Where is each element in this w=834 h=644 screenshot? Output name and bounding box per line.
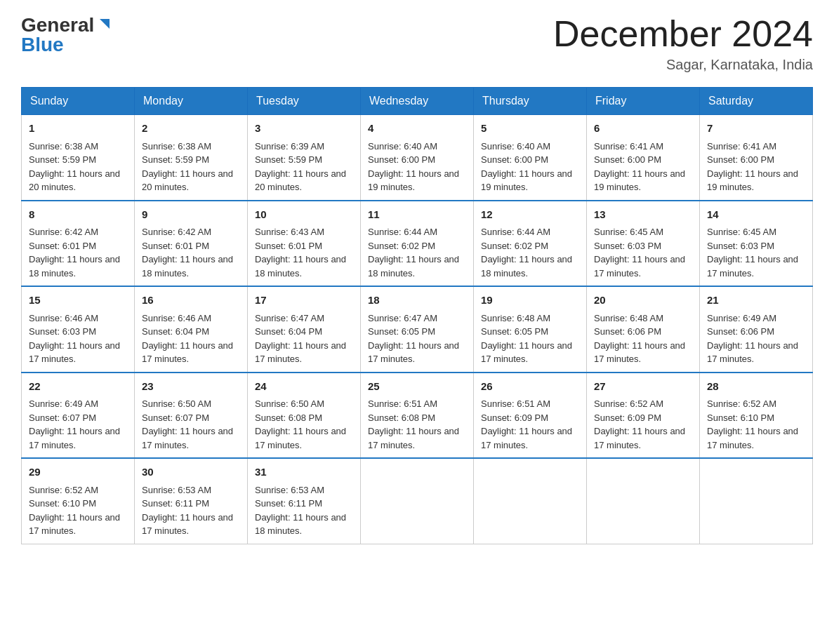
sunset-text: Sunset: 6:07 PM	[142, 412, 209, 423]
day-number: 4	[368, 121, 466, 137]
sunrise-text: Sunrise: 6:53 AM	[255, 485, 324, 495]
sunset-text: Sunset: 6:01 PM	[29, 241, 96, 251]
sunrise-text: Sunrise: 6:50 AM	[255, 398, 324, 409]
daylight-text: Daylight: 11 hours and 17 minutes.	[29, 426, 120, 450]
day-number: 22	[29, 379, 127, 395]
sunset-text: Sunset: 6:00 PM	[368, 154, 435, 165]
sunrise-text: Sunrise: 6:47 AM	[368, 313, 437, 323]
sunrise-text: Sunrise: 6:44 AM	[481, 227, 550, 237]
table-row: 6 Sunrise: 6:41 AM Sunset: 6:00 PM Dayli…	[587, 115, 700, 201]
sunset-text: Sunset: 6:06 PM	[707, 326, 774, 337]
logo: General Blue	[21, 14, 112, 56]
table-row: 8 Sunrise: 6:42 AM Sunset: 6:01 PM Dayli…	[22, 201, 135, 287]
daylight-text: Daylight: 11 hours and 17 minutes.	[481, 426, 572, 450]
table-row: 25 Sunrise: 6:51 AM Sunset: 6:08 PM Dayl…	[361, 373, 474, 459]
daylight-text: Daylight: 11 hours and 17 minutes.	[29, 340, 120, 365]
day-number: 9	[142, 207, 240, 223]
sunrise-text: Sunrise: 6:41 AM	[707, 141, 776, 152]
sunset-text: Sunset: 6:02 PM	[481, 241, 548, 251]
day-number: 11	[368, 207, 466, 223]
table-row: 5 Sunrise: 6:40 AM Sunset: 6:00 PM Dayli…	[474, 115, 587, 201]
logo-blue-text: Blue	[21, 34, 64, 56]
table-row: 3 Sunrise: 6:39 AM Sunset: 5:59 PM Dayli…	[248, 115, 361, 201]
sunset-text: Sunset: 6:09 PM	[481, 412, 548, 423]
sunrise-text: Sunrise: 6:38 AM	[142, 141, 211, 152]
day-number: 10	[255, 207, 353, 223]
table-row	[700, 458, 813, 544]
sunset-text: Sunset: 6:08 PM	[255, 412, 322, 423]
daylight-text: Daylight: 11 hours and 18 minutes.	[255, 254, 346, 279]
sunset-text: Sunset: 6:05 PM	[481, 326, 548, 337]
sunrise-text: Sunrise: 6:46 AM	[29, 313, 98, 323]
header-friday: Friday	[587, 88, 700, 115]
calendar-week-row: 1 Sunrise: 6:38 AM Sunset: 5:59 PM Dayli…	[22, 115, 813, 201]
day-number: 1	[29, 121, 127, 137]
sunset-text: Sunset: 5:59 PM	[29, 154, 96, 165]
sunset-text: Sunset: 6:06 PM	[594, 326, 661, 337]
table-row: 30 Sunrise: 6:53 AM Sunset: 6:11 PM Dayl…	[135, 458, 248, 544]
sunset-text: Sunset: 6:00 PM	[481, 154, 548, 165]
table-row: 14 Sunrise: 6:45 AM Sunset: 6:03 PM Dayl…	[700, 201, 813, 287]
day-number: 5	[481, 121, 579, 137]
calendar-week-row: 22 Sunrise: 6:49 AM Sunset: 6:07 PM Dayl…	[22, 373, 813, 459]
daylight-text: Daylight: 11 hours and 19 minutes.	[594, 168, 685, 193]
sunrise-text: Sunrise: 6:51 AM	[368, 398, 437, 409]
day-number: 27	[594, 379, 692, 395]
sunrise-text: Sunrise: 6:52 AM	[707, 398, 776, 409]
sunset-text: Sunset: 6:03 PM	[29, 326, 96, 337]
title-block: December 2024 Sagar, Karnataka, India	[553, 14, 813, 73]
sunset-text: Sunset: 6:08 PM	[368, 412, 435, 423]
daylight-text: Daylight: 11 hours and 17 minutes.	[142, 512, 233, 537]
table-row: 13 Sunrise: 6:45 AM Sunset: 6:03 PM Dayl…	[587, 201, 700, 287]
daylight-text: Daylight: 11 hours and 19 minutes.	[481, 168, 572, 193]
daylight-text: Daylight: 11 hours and 19 minutes.	[707, 168, 798, 193]
day-number: 20	[594, 293, 692, 309]
daylight-text: Daylight: 11 hours and 19 minutes.	[368, 168, 459, 193]
table-row: 9 Sunrise: 6:42 AM Sunset: 6:01 PM Dayli…	[135, 201, 248, 287]
sunset-text: Sunset: 6:11 PM	[255, 498, 322, 509]
sunset-text: Sunset: 6:01 PM	[142, 241, 209, 251]
table-row: 23 Sunrise: 6:50 AM Sunset: 6:07 PM Dayl…	[135, 373, 248, 459]
sunset-text: Sunset: 6:05 PM	[368, 326, 435, 337]
day-number: 21	[707, 293, 805, 309]
sunrise-text: Sunrise: 6:44 AM	[368, 227, 437, 237]
daylight-text: Daylight: 11 hours and 20 minutes.	[255, 168, 346, 193]
header-sunday: Sunday	[22, 88, 135, 115]
sunset-text: Sunset: 6:11 PM	[142, 498, 209, 509]
table-row: 28 Sunrise: 6:52 AM Sunset: 6:10 PM Dayl…	[700, 373, 813, 459]
table-row: 16 Sunrise: 6:46 AM Sunset: 6:04 PM Dayl…	[135, 286, 248, 373]
day-number: 14	[707, 207, 805, 223]
sunrise-text: Sunrise: 6:49 AM	[29, 398, 98, 409]
table-row: 27 Sunrise: 6:52 AM Sunset: 6:09 PM Dayl…	[587, 373, 700, 459]
daylight-text: Daylight: 11 hours and 17 minutes.	[142, 426, 233, 450]
table-row: 26 Sunrise: 6:51 AM Sunset: 6:09 PM Dayl…	[474, 373, 587, 459]
daylight-text: Daylight: 11 hours and 17 minutes.	[481, 340, 572, 365]
table-row: 2 Sunrise: 6:38 AM Sunset: 5:59 PM Dayli…	[135, 115, 248, 201]
daylight-text: Daylight: 11 hours and 17 minutes.	[142, 340, 233, 365]
table-row: 19 Sunrise: 6:48 AM Sunset: 6:05 PM Dayl…	[474, 286, 587, 373]
daylight-text: Daylight: 11 hours and 17 minutes.	[707, 254, 798, 279]
sunrise-text: Sunrise: 6:42 AM	[29, 227, 98, 237]
sunset-text: Sunset: 6:03 PM	[594, 241, 661, 251]
sunrise-text: Sunrise: 6:40 AM	[368, 141, 437, 152]
table-row: 15 Sunrise: 6:46 AM Sunset: 6:03 PM Dayl…	[22, 286, 135, 373]
day-number: 12	[481, 207, 579, 223]
daylight-text: Daylight: 11 hours and 17 minutes.	[594, 426, 685, 450]
sunrise-text: Sunrise: 6:42 AM	[142, 227, 211, 237]
sunrise-text: Sunrise: 6:45 AM	[707, 227, 776, 237]
sunrise-text: Sunrise: 6:48 AM	[594, 313, 663, 323]
sunrise-text: Sunrise: 6:40 AM	[481, 141, 550, 152]
table-row: 31 Sunrise: 6:53 AM Sunset: 6:11 PM Dayl…	[248, 458, 361, 544]
table-row: 10 Sunrise: 6:43 AM Sunset: 6:01 PM Dayl…	[248, 201, 361, 287]
sunset-text: Sunset: 6:00 PM	[594, 154, 661, 165]
sunrise-text: Sunrise: 6:41 AM	[594, 141, 663, 152]
daylight-text: Daylight: 11 hours and 20 minutes.	[142, 168, 233, 193]
sunrise-text: Sunrise: 6:49 AM	[707, 313, 776, 323]
sunset-text: Sunset: 6:09 PM	[594, 412, 661, 423]
day-number: 28	[707, 379, 805, 395]
sunset-text: Sunset: 6:07 PM	[29, 412, 96, 423]
table-row	[361, 458, 474, 544]
day-number: 26	[481, 379, 579, 395]
calendar-table: Sunday Monday Tuesday Wednesday Thursday…	[21, 87, 813, 544]
day-number: 23	[142, 379, 240, 395]
